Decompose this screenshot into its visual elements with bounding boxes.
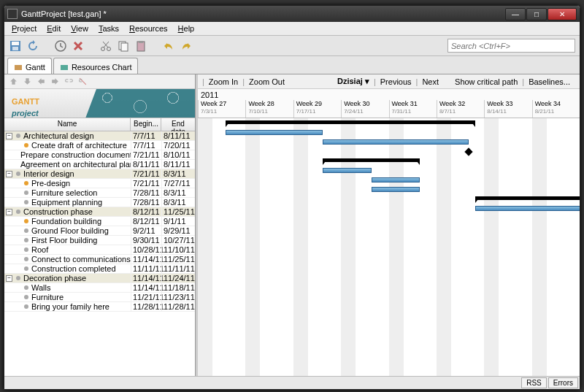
col-begin[interactable]: Begin... <box>131 118 161 131</box>
week-header: Week 338/14/11 <box>484 100 531 118</box>
gantt-bar[interactable] <box>323 139 469 145</box>
undo-icon[interactable] <box>162 39 175 53</box>
col-name[interactable]: Name <box>4 118 131 131</box>
task-row[interactable]: Construction completed11/11/1111/11/11 <box>4 264 195 274</box>
task-row[interactable]: −Construction phase8/12/1111/25/11 <box>4 207 195 217</box>
task-row[interactable]: −Interior design7/21/118/3/11 <box>4 169 195 179</box>
task-dot-icon <box>16 134 20 138</box>
timeline-toolbar: | Zoom In | Zoom Out Dzisiaj | Previous … <box>198 74 580 89</box>
task-row[interactable]: −Decoration phase11/14/1111/24/11 <box>4 274 195 283</box>
svg-point-4 <box>101 47 105 50</box>
end-date: 8/3/11 <box>161 198 195 207</box>
task-tree: −Architectural design7/7/118/11/11Create… <box>4 131 195 376</box>
task-row[interactable]: Create draft of architecture7/7/117/20/1… <box>4 141 195 150</box>
task-dot-icon <box>24 219 28 223</box>
paste-icon[interactable] <box>134 39 147 53</box>
menu-project[interactable]: Project <box>7 23 41 34</box>
zoom-out-button[interactable]: Zoom Out <box>249 77 285 86</box>
menu-view[interactable]: View <box>66 23 93 34</box>
clock-icon[interactable] <box>54 39 67 53</box>
cut-icon[interactable] <box>99 39 112 53</box>
end-date: 8/3/11 <box>161 169 195 178</box>
link-icon[interactable] <box>64 77 74 86</box>
task-row[interactable]: Connect to communications11/14/1111/25/1… <box>4 255 195 264</box>
task-row[interactable]: Bring your family here11/28/1111/28/11 <box>4 302 195 312</box>
content: GANTTproject Name Begin... End date −Arc… <box>4 74 580 376</box>
gantt-bar[interactable] <box>372 177 420 182</box>
end-date: 11/25/11 <box>161 255 195 264</box>
task-dot-icon <box>24 143 28 147</box>
task-row[interactable]: Furniture11/21/1111/23/11 <box>4 293 195 302</box>
gantt-bar[interactable] <box>475 196 580 200</box>
task-dot-icon <box>16 276 20 280</box>
next-button[interactable]: Next <box>422 77 439 86</box>
column-headers: Name Begin... End date <box>4 118 195 131</box>
collapse-icon[interactable]: − <box>6 133 12 139</box>
gantt-bar[interactable] <box>372 187 420 192</box>
task-row[interactable]: Walls11/14/1111/18/11 <box>4 283 195 293</box>
down-icon[interactable] <box>23 77 32 86</box>
week-header: Week 317/31/11 <box>389 100 437 118</box>
task-name: Create draft of architecture <box>31 141 127 150</box>
redo-icon[interactable] <box>180 39 193 53</box>
zoom-in-button[interactable]: Zoom In <box>209 77 238 86</box>
prev-button[interactable]: Previous <box>380 77 412 86</box>
begin-date: 8/12/11 <box>131 217 161 226</box>
task-row[interactable]: Pre-design7/21/117/27/11 <box>4 179 195 188</box>
task-row[interactable]: Prepare construction documents7/21/118/1… <box>4 150 195 160</box>
today-dropdown[interactable]: Dzisiaj <box>337 77 369 86</box>
gantt-bar[interactable] <box>226 120 475 124</box>
tab-resources-chart[interactable]: Resources Chart <box>53 58 139 74</box>
task-dot-icon <box>16 210 20 214</box>
svg-rect-10 <box>15 65 22 70</box>
task-row[interactable]: Roof10/28/1111/10/11 <box>4 245 195 255</box>
task-row[interactable]: First Floor building9/30/1110/27/11 <box>4 236 195 245</box>
errors-button[interactable]: Errors <box>548 377 578 388</box>
task-dot-icon <box>24 191 28 195</box>
collapse-icon[interactable]: − <box>6 171 12 177</box>
up-icon[interactable] <box>9 77 18 86</box>
task-row[interactable]: Equipment planning7/28/118/3/11 <box>4 198 195 207</box>
gantt-bar[interactable] <box>323 168 372 173</box>
svg-rect-2 <box>12 47 18 50</box>
task-dot-icon <box>24 295 28 299</box>
close-button[interactable]: ✕ <box>548 8 577 20</box>
task-dot-icon <box>24 238 28 242</box>
gantt-bar[interactable] <box>323 158 420 162</box>
collapse-icon[interactable]: − <box>6 209 12 215</box>
menu-help[interactable]: Help <box>174 23 199 34</box>
gantt-chart[interactable] <box>198 118 580 376</box>
tab-gantt[interactable]: Gantt <box>7 58 52 74</box>
task-row[interactable]: Foundation building8/12/119/1/11 <box>4 217 195 226</box>
task-row[interactable]: −Architectural design7/7/118/11/11 <box>4 131 195 141</box>
col-end[interactable]: End date <box>161 118 195 131</box>
critical-path-button[interactable]: Show critical path <box>455 77 518 86</box>
task-row[interactable]: Agreement on architectural plan8/11/118/… <box>4 160 195 169</box>
week-header: Week 307/24/11 <box>341 100 388 118</box>
save-icon[interactable] <box>9 39 22 53</box>
delete-icon[interactable] <box>72 39 85 53</box>
gantt-bar[interactable] <box>475 206 580 211</box>
indent-icon[interactable] <box>50 77 60 86</box>
task-name: Bring your family here <box>31 302 110 311</box>
copy-icon[interactable] <box>117 39 130 53</box>
task-dot-icon <box>24 228 28 233</box>
outdent-icon[interactable] <box>36 77 46 86</box>
gantt-bar[interactable] <box>226 130 323 135</box>
baselines-button[interactable]: Baselines... <box>529 77 570 86</box>
refresh-icon[interactable] <box>26 39 39 53</box>
search-input[interactable] <box>447 39 575 53</box>
menu-edit[interactable]: Edit <box>42 23 65 34</box>
rss-button[interactable]: RSS <box>521 377 547 388</box>
menu-resources[interactable]: Resources <box>125 23 172 34</box>
unlink-icon[interactable] <box>78 77 88 86</box>
week-header: Week 277/3/11 <box>198 100 245 118</box>
collapse-icon[interactable]: − <box>6 275 12 282</box>
minimize-button[interactable]: — <box>505 8 526 20</box>
task-row[interactable]: Furniture selection7/28/118/3/11 <box>4 188 195 198</box>
begin-date: 8/12/11 <box>131 207 161 216</box>
menu-tasks[interactable]: Tasks <box>94 23 123 34</box>
task-row[interactable]: Ground Floor building9/2/119/29/11 <box>4 226 195 236</box>
maximize-button[interactable]: □ <box>526 8 547 20</box>
titlebar[interactable]: GanttProject [test.gan] * — □ ✕ <box>4 6 580 22</box>
